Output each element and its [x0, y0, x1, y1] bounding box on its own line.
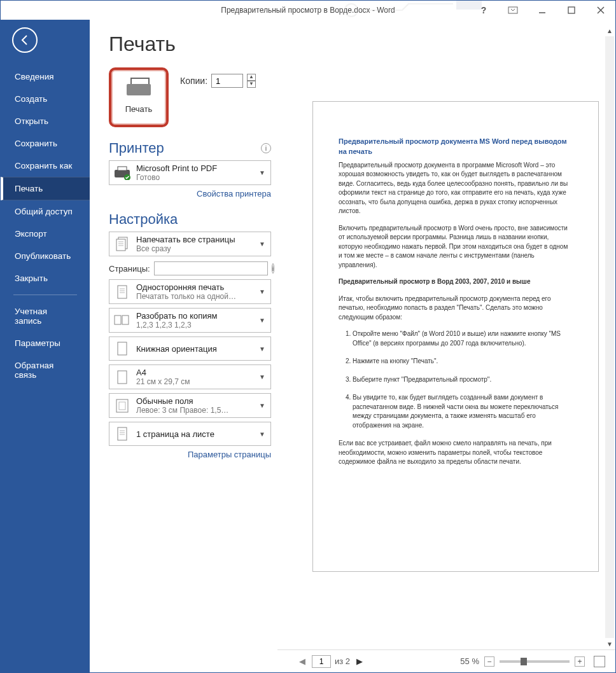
minimize-button[interactable]	[528, 1, 557, 20]
doc-p2: Включить предварительный просмотр в Word…	[339, 224, 573, 270]
sidebar-item-new[interactable]: Создать	[1, 88, 90, 110]
paper-icon	[113, 368, 131, 386]
orientation-icon	[113, 340, 131, 357]
doc-li4: Вы увидите то, как будет выглядеть созда…	[353, 393, 573, 430]
page-title: Печать	[109, 32, 271, 56]
preview-page: Предварительный просмотр документа MS Wo…	[312, 101, 599, 572]
chevron-down-icon: ▼	[258, 373, 267, 380]
preview-scrollbar[interactable]: ▲ ▼	[604, 25, 615, 649]
next-page-button[interactable]: ▶	[354, 656, 365, 667]
sidebar-item-feedback[interactable]: Обратная связь	[1, 354, 90, 386]
pages-per-sheet-select[interactable]: 1 страница на листе ▼	[109, 422, 271, 446]
pages-icon	[113, 235, 131, 253]
printer-properties-link[interactable]: Свойства принтера	[109, 189, 271, 198]
print-button-label: Печать	[125, 104, 153, 114]
margins-sub: Левое: 3 см Правое: 1,5…	[136, 406, 253, 415]
print-button[interactable]: Печать	[109, 67, 169, 127]
zoom-out-button[interactable]: −	[484, 656, 494, 667]
printer-select[interactable]: Microsoft Print to PDF Готово ▼	[109, 160, 271, 185]
settings-heading: Настройка	[109, 211, 178, 228]
duplex-select[interactable]: Односторонняя печать Печатать только на …	[109, 279, 271, 304]
zoom-in-button[interactable]: +	[575, 656, 585, 667]
pages-info-icon[interactable]: i	[272, 263, 274, 274]
maximize-button[interactable]	[557, 1, 586, 20]
back-button[interactable]	[12, 27, 38, 53]
chevron-down-icon: ▼	[258, 431, 267, 438]
orientation-select[interactable]: Книжная ориентация ▼	[109, 336, 271, 361]
page-number-input[interactable]	[312, 655, 331, 668]
printer-status: Готово	[136, 173, 253, 182]
svg-rect-23	[116, 399, 128, 412]
help-button[interactable]: ?	[469, 1, 498, 20]
sheet-icon	[113, 425, 131, 443]
orientation-title: Книжная ориентация	[136, 344, 253, 354]
doc-h2: Предварительный просмотр в Ворд 2003, 20…	[339, 277, 573, 287]
duplex-title: Односторонняя печать	[136, 282, 253, 292]
svg-rect-15	[118, 286, 127, 298]
scroll-up-icon[interactable]: ▲	[604, 25, 615, 36]
sidebar-item-publish[interactable]: Опубликовать	[1, 245, 90, 267]
perpage-title: 1 страница на листе	[136, 429, 253, 439]
titlebar: Предварительный просмотр в Ворде.docx - …	[1, 1, 615, 20]
doc-p3: Итак, чтобы включить предварительный про…	[339, 295, 573, 323]
sidebar-item-open[interactable]: Открыть	[1, 110, 90, 132]
prev-page-button[interactable]: ◀	[297, 656, 308, 667]
sidebar-item-share[interactable]: Общий доступ	[1, 200, 90, 223]
page-of-label: из 2	[335, 656, 350, 666]
svg-rect-11	[116, 239, 125, 251]
ribbon-options-button[interactable]	[498, 1, 528, 20]
arrow-left-icon	[18, 34, 31, 46]
paper-size-select[interactable]: A4 21 см x 29,7 см ▼	[109, 364, 271, 389]
svg-rect-8	[118, 167, 127, 170]
paper-sub: 21 см x 29,7 см	[136, 377, 253, 386]
paper-title: A4	[136, 368, 253, 377]
svg-point-0	[345, 4, 358, 17]
backstage-sidebar: Сведения Создать Открыть Сохранить Сохра…	[1, 20, 90, 672]
sidebar-item-print[interactable]: Печать	[1, 177, 90, 200]
copies-input[interactable]	[211, 74, 243, 88]
copies-spin-down[interactable]: ▼	[247, 81, 256, 88]
sidebar-item-options[interactable]: Параметры	[1, 332, 90, 354]
duplex-icon	[113, 283, 131, 301]
collate-sub: 1,2,3 1,2,3 1,2,3	[136, 321, 253, 330]
collate-select[interactable]: Разобрать по копиям 1,2,3 1,2,3 1,2,3 ▼	[109, 308, 271, 333]
zoom-thumb[interactable]	[521, 658, 527, 665]
sidebar-item-saveas[interactable]: Сохранить как	[1, 155, 90, 177]
sidebar-item-account[interactable]: Учетная запись	[1, 300, 90, 332]
scroll-down-icon[interactable]: ▼	[604, 638, 615, 649]
copies-spin-up[interactable]: ▲	[247, 74, 256, 81]
page-setup-link[interactable]: Параметры страницы	[109, 450, 271, 459]
printer-device-icon	[113, 164, 131, 182]
margins-select[interactable]: Обычные поля Левое: 3 см Правое: 1,5… ▼	[109, 393, 271, 418]
sidebar-item-export[interactable]: Экспорт	[1, 223, 90, 245]
sidebar-item-close[interactable]: Закрыть	[1, 267, 90, 289]
margins-icon	[113, 397, 131, 415]
print-range-title: Напечатать все страницы	[136, 235, 253, 244]
close-button[interactable]	[586, 1, 615, 20]
margins-title: Обычные поля	[136, 396, 253, 406]
svg-rect-20	[122, 316, 129, 324]
chevron-down-icon: ▼	[258, 240, 267, 247]
pages-input[interactable]	[154, 261, 268, 275]
sidebar-item-save[interactable]: Сохранить	[1, 132, 90, 155]
sidebar-item-info[interactable]: Сведения	[1, 66, 90, 88]
svg-rect-2	[508, 7, 517, 13]
print-range-select[interactable]: Напечатать все страницы Все сразу ▼	[109, 232, 271, 256]
scroll-track[interactable]	[605, 36, 614, 638]
svg-rect-22	[118, 371, 127, 384]
svg-rect-21	[118, 342, 127, 355]
duplex-sub: Печатать только на одной…	[136, 292, 253, 301]
zoom-fit-button[interactable]	[594, 656, 605, 667]
zoom-slider[interactable]	[500, 660, 570, 663]
printer-info-icon[interactable]: i	[261, 143, 271, 153]
copies-label: Копии:	[180, 76, 207, 86]
zoom-label: 55 %	[460, 656, 479, 666]
collate-title: Разобрать по копиям	[136, 311, 253, 321]
doc-title: Предварительный просмотр документа MS Wo…	[339, 137, 573, 157]
printer-heading: Принтер	[109, 140, 164, 156]
chevron-down-icon: ▼	[258, 345, 267, 352]
pages-label: Страницы:	[109, 264, 150, 274]
doc-li3: Выберите пункт "Предварительный просмотр…	[353, 375, 573, 385]
print-settings-column: Печать Печать Копии: ▲ ▼	[90, 20, 277, 672]
collate-icon	[113, 312, 131, 330]
